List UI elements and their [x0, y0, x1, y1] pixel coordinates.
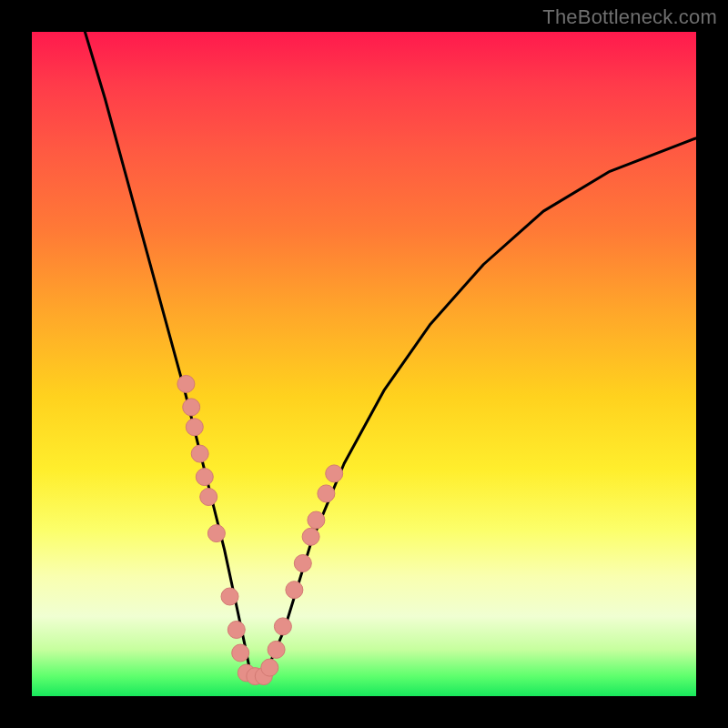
curve-marker — [191, 445, 208, 462]
plot-area — [32, 32, 696, 696]
curve-marker — [261, 659, 278, 676]
curve-marker — [177, 375, 195, 392]
curve-marker — [221, 588, 238, 605]
curve-marker — [326, 465, 343, 482]
curve-marker — [196, 469, 213, 486]
curve-marker — [294, 555, 311, 572]
watermark-text: TheBottleneck.com — [542, 5, 717, 29]
curve-marker — [302, 528, 319, 545]
curve-marker — [200, 489, 217, 506]
curve-marker — [286, 581, 303, 599]
curve-marker — [186, 419, 203, 436]
curve-path — [85, 32, 696, 676]
curve-marker — [308, 511, 325, 529]
curve-marker — [274, 618, 291, 635]
curve-marker — [318, 485, 335, 502]
curve-marker — [183, 399, 200, 416]
chart-frame: TheBottleneck.com — [0, 0, 728, 728]
curve-marker — [207, 525, 225, 542]
curve-marker — [228, 622, 245, 639]
bottleneck-curve — [32, 32, 696, 696]
curve-marker — [232, 644, 249, 662]
curve-marker — [268, 641, 285, 658]
